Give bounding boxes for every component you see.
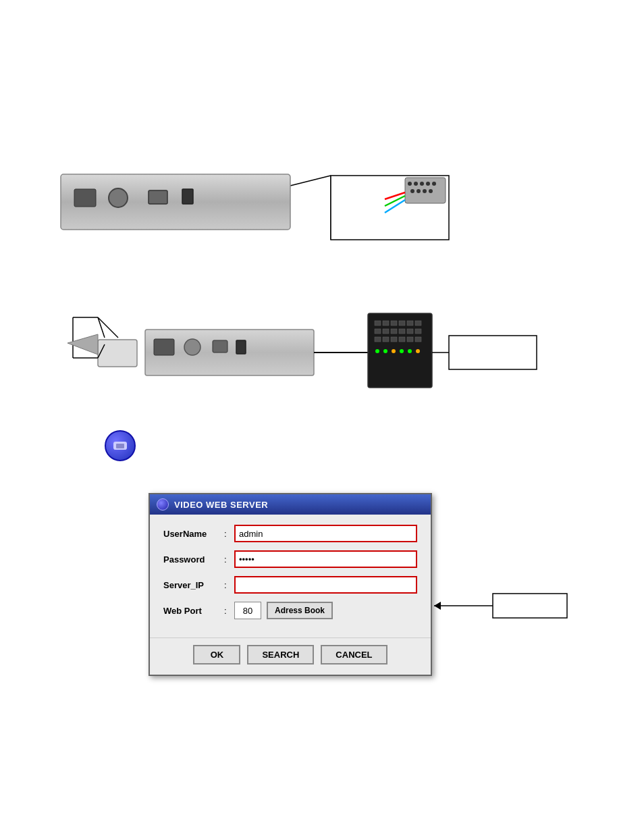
svg-rect-42 [375,329,381,334]
svg-rect-43 [383,329,389,334]
web-port-input[interactable] [234,602,261,619]
app-icon[interactable] [105,430,136,461]
svg-rect-53 [415,337,421,342]
svg-line-27 [98,344,105,358]
svg-point-11 [423,189,427,193]
svg-rect-37 [383,321,389,325]
address-book-button[interactable]: Adress Book [267,602,333,619]
svg-line-15 [385,200,405,213]
password-label: Password [163,554,224,565]
svg-line-14 [385,196,405,206]
svg-rect-44 [391,329,397,334]
svg-point-6 [420,182,424,186]
svg-rect-17 [74,189,96,207]
svg-rect-32 [213,340,227,353]
svg-rect-20 [182,189,193,204]
username-row: UserName : [163,525,417,542]
web-port-row: Web Port : Adress Book [163,602,417,619]
svg-point-12 [429,189,433,193]
svg-rect-52 [407,337,413,342]
svg-point-55 [383,349,387,353]
svg-point-57 [400,349,404,353]
svg-point-7 [426,182,430,186]
svg-point-59 [416,349,420,353]
username-colon: : [224,529,234,539]
svg-rect-3 [405,178,446,203]
dialog-title: Video Web Server [174,500,268,510]
svg-line-0 [250,176,331,196]
dialog-buttons: OK SEARCH CANCEL [150,637,431,675]
web-port-label: Web Port [163,606,224,616]
server-ip-colon: : [224,580,234,590]
svg-point-18 [109,188,128,207]
password-input[interactable] [234,550,417,568]
svg-rect-41 [415,321,421,325]
dialog-body: UserName : Password : Server_IP : Web Po… [150,515,431,637]
svg-rect-36 [375,321,381,325]
svg-rect-29 [145,330,314,375]
ok-button[interactable]: OK [193,645,240,664]
svg-rect-60 [449,336,537,369]
svg-point-56 [392,349,396,353]
svg-marker-28 [68,334,98,355]
svg-rect-33 [236,340,246,354]
svg-rect-19 [149,190,167,204]
password-row: Password : [163,550,417,568]
svg-point-5 [414,182,418,186]
cancel-button[interactable]: CANCEL [321,645,387,664]
svg-rect-49 [383,337,389,342]
svg-rect-39 [399,321,405,325]
svg-line-23 [98,317,118,338]
password-colon: : [224,554,234,565]
username-input[interactable] [234,525,417,542]
svg-rect-45 [399,329,405,334]
login-dialog: Video Web Server UserName : Password : S… [149,493,432,676]
svg-rect-51 [399,337,405,342]
svg-rect-2 [331,176,449,240]
svg-line-13 [385,192,405,199]
dialog-title-icon [157,498,169,511]
server-ip-input[interactable] [234,576,417,594]
svg-rect-50 [391,337,397,342]
dialog-title-bar: Video Web Server [150,494,431,515]
svg-rect-46 [407,329,413,334]
svg-point-31 [184,339,200,355]
svg-rect-21 [98,340,137,367]
svg-rect-64 [493,594,567,618]
svg-point-8 [432,182,436,186]
svg-point-10 [417,189,421,193]
svg-rect-40 [407,321,413,325]
server-ip-label: Server_IP [163,580,224,590]
svg-point-9 [410,189,414,193]
svg-line-22 [98,317,105,338]
svg-rect-47 [415,329,421,334]
svg-rect-35 [368,313,432,388]
svg-point-4 [408,182,412,186]
search-button[interactable]: SEARCH [247,645,314,664]
svg-point-54 [375,349,379,353]
svg-rect-48 [375,337,381,342]
svg-rect-38 [391,321,397,325]
server-ip-row: Server_IP : [163,576,417,594]
web-port-colon: : [224,606,234,616]
svg-point-58 [408,349,412,353]
username-label: UserName [163,529,224,539]
svg-rect-30 [154,339,174,355]
svg-marker-63 [434,602,441,610]
svg-rect-16 [61,174,290,230]
